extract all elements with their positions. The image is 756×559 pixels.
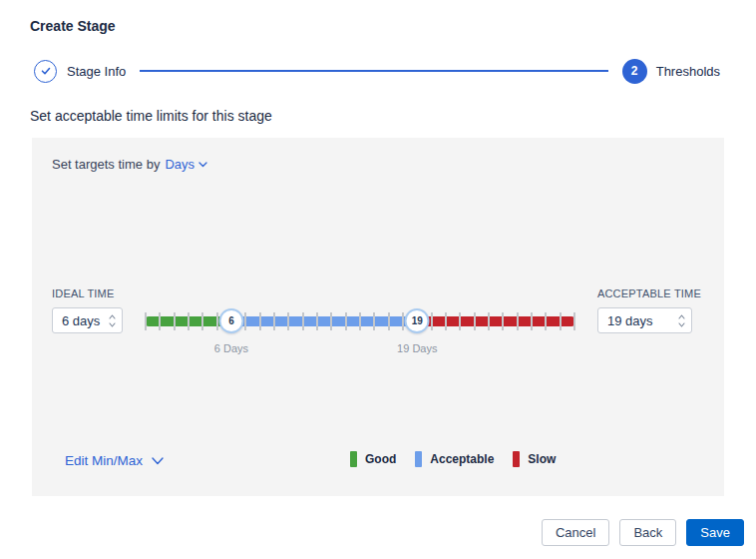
legend-label: Good [365,452,396,466]
acceptable-time-group: ACCEPTABLE TIME [597,287,701,333]
slider-tick [445,312,447,330]
set-targets-label: Set targets time by [52,157,160,172]
step-2-number: 2 [631,64,638,78]
slider-tick [216,312,218,330]
slider-tick [302,312,304,330]
slider-tick [273,312,275,330]
acceptable-time-input-wrap [597,307,692,333]
ideal-handle-caption: 6 Days [214,342,248,354]
slider-tick [531,312,533,330]
stepper-connector-line [140,70,607,72]
back-button[interactable]: Back [619,519,676,546]
spinner-down-icon[interactable] [678,322,685,327]
step-2-circle[interactable]: 2 [622,59,647,84]
slider-tick [345,312,347,330]
legend-swatch [513,451,520,467]
spinner-up-icon[interactable] [109,314,116,319]
save-button[interactable]: Save [686,519,744,546]
acceptable-time-spinner [676,308,691,332]
slider-tick [517,312,519,330]
thresholds-panel: Set targets time by Days IDEAL TIME [32,138,724,496]
slider-tick [145,312,147,330]
ideal-time-group: IDEAL TIME [52,287,123,333]
cancel-button[interactable]: Cancel [542,519,609,546]
slider-tick [287,312,289,330]
slider-tick [388,312,390,330]
section-subtitle: Set acceptable time limits for this stag… [30,108,272,124]
ideal-time-input[interactable] [53,308,107,332]
legend-label: Slow [528,452,556,466]
ideal-time-input-wrap [52,307,123,333]
slider-tick [330,312,332,330]
slider-tick [359,312,361,330]
slider-tick [259,312,261,330]
legend-label: Acceptable [430,452,494,466]
slider-tick [502,312,504,330]
legend-item: Slow [513,451,556,467]
slider-tick [431,312,433,330]
ideal-time-spinner [107,308,122,332]
slider-tick [545,312,547,330]
slider-tick [174,312,176,330]
handle-acceptable-value: 19 [412,315,423,326]
slider-tick [573,312,575,330]
spinner-down-icon[interactable] [109,322,116,327]
threshold-slider: 6 19 6 Days 19 Days [146,287,574,359]
slider-row: IDEAL TIME [52,287,701,359]
slider-tick [488,312,490,330]
slider-tick [474,312,476,330]
step-1-label[interactable]: Stage Info [67,64,126,79]
segment-slow [417,316,574,326]
slider-tick [159,312,161,330]
legend-item: Good [350,451,396,467]
check-icon [40,65,52,77]
edit-minmax-link[interactable]: Edit Min/Max [65,453,164,468]
time-unit-dropdown[interactable]: Days [165,157,207,172]
slider-tick [560,312,562,330]
acceptable-time-label: ACCEPTABLE TIME [597,287,701,299]
handle-ideal[interactable]: 6 [218,308,243,333]
acceptable-time-input[interactable] [598,308,676,332]
time-unit-value: Days [165,157,194,172]
edit-minmax-label: Edit Min/Max [65,453,143,468]
handle-acceptable[interactable]: 19 [405,308,430,333]
slider-tick [201,312,203,330]
create-stage-dialog: Create Stage Stage Info 2 Thresholds Set… [0,0,756,559]
legend-swatch [415,451,422,467]
legend-item: Acceptable [415,451,494,467]
chevron-down-icon [152,457,164,465]
slider-tick [402,312,404,330]
slider-tick [373,312,375,330]
legend: GoodAcceptableSlow [350,451,556,467]
slider-tick [316,312,318,330]
footer-actions: Cancel Back Save [542,519,744,546]
slider-track: 6 19 6 Days 19 Days [146,316,574,326]
set-targets-row: Set targets time by Days [52,157,207,172]
slider-tick [244,312,246,330]
slider-tick [188,312,189,330]
stepper: Stage Info 2 Thresholds [34,57,720,85]
step-2-label: Thresholds [656,64,720,79]
chevron-down-icon [198,162,207,168]
spinner-up-icon[interactable] [678,314,685,319]
legend-swatch [350,451,357,467]
ideal-time-label: IDEAL TIME [52,287,123,299]
slider-tick [459,312,461,330]
step-1-circle[interactable] [34,60,57,83]
page-title: Create Stage [30,18,116,34]
handle-ideal-value: 6 [228,315,234,326]
acceptable-handle-caption: 19 Days [397,342,437,354]
